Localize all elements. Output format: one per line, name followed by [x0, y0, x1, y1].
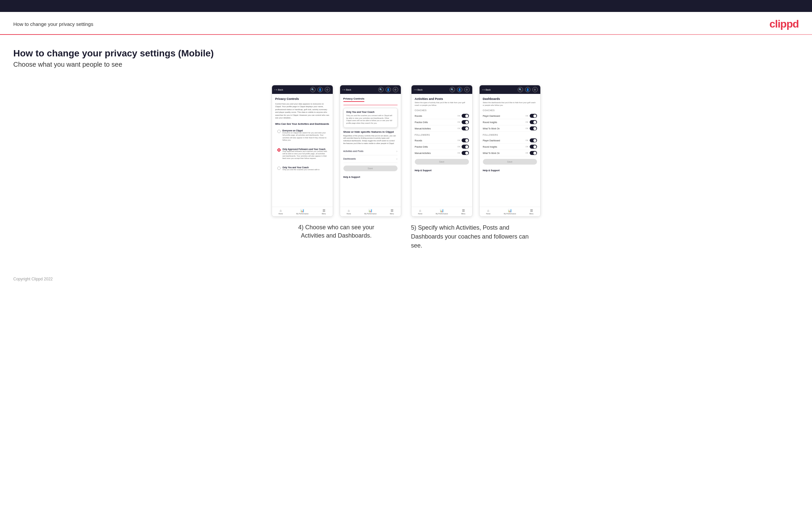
screen3-mockup: ‹ < Back 🔍 👤 ⚙ Activities and Posts Sele… [411, 85, 472, 217]
follower-what-work-label: What To Work On [483, 152, 500, 154]
dashboards-row[interactable]: Dashboards › [343, 155, 398, 163]
person-icon-s3[interactable]: 👤 [457, 87, 462, 92]
left-caption: 4) Choose who can see your Activities an… [297, 223, 376, 240]
settings-icon-s4[interactable]: ⚙ [532, 87, 538, 92]
screen4-save-btn[interactable]: Save [483, 159, 537, 165]
footer: Copyright Clippd 2022 [0, 270, 812, 288]
person-icon[interactable]: 👤 [317, 87, 323, 92]
popup-title: Only You and Your Coach [346, 111, 395, 113]
coach-round-insights-toggle[interactable] [530, 120, 537, 124]
nav-performance[interactable]: 📊 My Performance [296, 209, 309, 215]
follower-rounds-toggle[interactable] [462, 138, 469, 143]
follower-round-insights-label: Round Insights [483, 146, 497, 148]
follower-player-dash-toggle[interactable] [530, 138, 537, 143]
nav-home[interactable]: ⌂ Home [278, 209, 283, 215]
coach-player-dash-label: Player Dashboard [483, 115, 500, 117]
coach-rounds-label: Rounds [415, 115, 422, 117]
nav-home-s4[interactable]: ⌂ Home [486, 209, 491, 215]
search-icon[interactable]: 🔍 [310, 87, 315, 92]
screen2-help: Help & Support [343, 174, 398, 178]
coach-what-work-on-label: ON [525, 127, 528, 129]
follower-round-insights-on-label: ON [525, 146, 528, 148]
copyright: Copyright Clippd 2022 [13, 277, 53, 281]
breadcrumb: How to change your privacy settings [13, 21, 93, 27]
follower-what-work-row: What To Work On ON [483, 150, 537, 156]
show-hide-title: Show or hide specific features in Clippd [343, 130, 398, 133]
screen1-back-btn[interactable]: ‹ < Back [275, 89, 283, 91]
radio-option-everyone[interactable]: Everyone on Clippd Everyone on Clippd ca… [275, 127, 329, 143]
person-icon-s4[interactable]: 👤 [525, 87, 530, 92]
activities-posts-row[interactable]: Activities and Posts › [343, 148, 398, 155]
coach-player-dash-toggle[interactable] [530, 114, 537, 118]
radio-approved [277, 148, 281, 152]
nav-performance-s4[interactable]: 📊 My Performance [504, 209, 516, 215]
nav-menu-s2[interactable]: ☰ Menu [390, 209, 394, 215]
screen4-back-btn[interactable]: ‹ < Back [482, 89, 491, 91]
left-group: ‹ < Back 🔍 👤 ⚙ Privacy Controls Control … [272, 85, 401, 240]
coach-round-insights-label: Round Insights [483, 121, 497, 123]
top-bar [0, 0, 812, 12]
nav-home-label-s3: Home [418, 213, 422, 215]
menu-icon-s3: ☰ [462, 209, 465, 212]
chart-icon-s4: 📊 [508, 209, 512, 212]
search-icon-s4[interactable]: 🔍 [518, 87, 523, 92]
search-icon-s2[interactable]: 🔍 [378, 87, 384, 92]
follower-player-dash-on-label: ON [525, 139, 528, 142]
nav-home-s2[interactable]: ⌂ Home [347, 209, 351, 215]
screen2-header-icons: 🔍 👤 ⚙ [378, 87, 398, 92]
screen3-save-btn[interactable]: Save [415, 159, 469, 165]
radio-you-coach [277, 167, 281, 170]
follower-round-insights-toggle[interactable] [530, 145, 537, 149]
nav-menu-label-s4: Menu [529, 213, 534, 215]
screen1-back-label: < Back [276, 89, 283, 91]
follower-what-work-toggle[interactable] [530, 151, 537, 155]
settings-icon-s3[interactable]: ⚙ [464, 87, 470, 92]
screen2-mockup: ‹ < Back 🔍 👤 ⚙ Privacy Controls [340, 85, 401, 217]
nav-menu-label-s3: Menu [461, 213, 466, 215]
screen2-back-btn[interactable]: ‹ < Back [343, 89, 351, 91]
coach-manual-label: Manual Activities [415, 127, 431, 130]
screen4-back-label: < Back [484, 89, 491, 91]
screen3-back-label: < Back [415, 89, 423, 91]
follower-drills-on-label: ON [457, 146, 460, 148]
screen2-save-btn[interactable]: Save [343, 166, 398, 171]
screen3-back-btn[interactable]: ‹ < Back [414, 89, 423, 91]
menu-icon-s2: ☰ [391, 209, 394, 212]
radio-you-coach-desc: Only you and the coaches you connect wit… [283, 169, 320, 171]
nav-performance-label: My Performance [296, 213, 309, 215]
coach-drills-label: Practice Drills [415, 121, 428, 123]
home-icon-s4: ⌂ [487, 209, 489, 212]
coach-manual-row: Manual Activities ON [415, 125, 469, 132]
radio-approved-desc: Only approved followers and coaches you … [283, 150, 327, 160]
show-hide-text: Regardless of the privacy controls that … [343, 135, 398, 145]
nav-home-s3[interactable]: ⌂ Home [418, 209, 422, 215]
follower-drills-row: Practice Drills ON [415, 144, 469, 150]
person-icon-s2[interactable]: 👤 [386, 87, 391, 92]
follower-manual-toggle[interactable] [462, 151, 469, 155]
nav-menu-label: Menu [322, 213, 326, 215]
nav-performance-s2[interactable]: 📊 My Performance [364, 209, 376, 215]
coach-drills-toggle[interactable] [462, 120, 469, 124]
radio-option-you-coach[interactable]: Only You and Your Coach Only you and the… [275, 164, 329, 173]
nav-performance-s3[interactable]: 📊 My Performance [436, 209, 448, 215]
follower-round-insights-row: Round Insights ON [483, 144, 537, 150]
follower-rounds-toggle-group: ON [457, 138, 469, 143]
dashboards-label: Dashboards [343, 158, 356, 160]
coach-round-insights-toggle-group: ON [525, 120, 537, 124]
coach-manual-toggle[interactable] [462, 126, 469, 130]
radio-option-approved[interactable]: Only Approved Followers and Your Coach O… [275, 146, 329, 162]
screen3-help: Help & Support [415, 167, 469, 172]
nav-menu-s4[interactable]: ☰ Menu [529, 209, 534, 215]
coach-what-work-row: What To Work On ON [483, 125, 537, 132]
search-icon-s3[interactable]: 🔍 [450, 87, 455, 92]
settings-icon-s2[interactable]: ⚙ [393, 87, 398, 92]
screen3-title: Activities and Posts [415, 97, 469, 101]
follower-drills-toggle[interactable] [462, 145, 469, 149]
settings-icon[interactable]: ⚙ [325, 87, 330, 92]
followers-label-s3: FOLLOWERS [415, 134, 469, 136]
nav-menu[interactable]: ☰ Menu [322, 209, 326, 215]
nav-menu-s3[interactable]: ☰ Menu [461, 209, 466, 215]
nav-home-label: Home [278, 213, 283, 215]
coach-what-work-toggle[interactable] [530, 126, 537, 130]
coach-rounds-toggle[interactable] [462, 114, 469, 118]
